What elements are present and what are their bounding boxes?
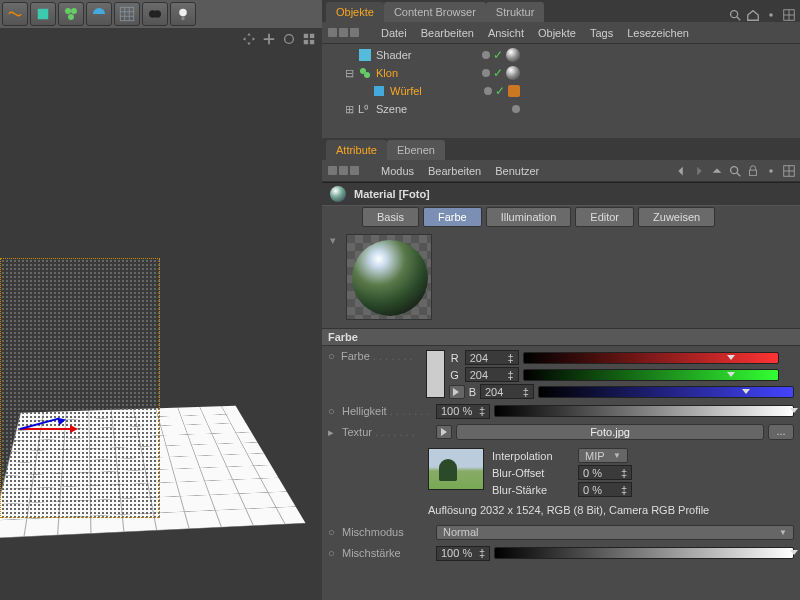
anim-dot-icon[interactable]: ○ (328, 405, 338, 417)
vp-move-icon[interactable] (242, 32, 256, 46)
input-b[interactable]: 204‡ (480, 384, 534, 399)
tree-row-shader[interactable]: Shader ✓ (330, 46, 800, 64)
vp-maximize-icon[interactable] (302, 32, 316, 46)
slider-mischstaerke[interactable] (494, 547, 794, 559)
menu-datei[interactable]: Datei (381, 27, 407, 39)
menu-modus[interactable]: Modus (381, 165, 414, 177)
expander-icon[interactable]: ⊞ (344, 103, 354, 116)
dropdown-mischmodus[interactable]: Normal▼ (436, 525, 794, 540)
texture-thumbnail[interactable] (428, 448, 484, 490)
material-tag-icon[interactable] (506, 48, 520, 62)
slider-helligkeit[interactable] (494, 405, 794, 417)
lock-icon[interactable] (746, 164, 760, 178)
anim-dot-icon[interactable]: ○ (328, 350, 337, 362)
input-blur-offset[interactable]: 0 %‡ (578, 465, 632, 480)
tab-struktur[interactable]: Struktur (486, 2, 545, 22)
material-title: Material [Foto] (354, 188, 430, 200)
mattab-illumination[interactable]: Illumination (486, 207, 572, 227)
search-icon[interactable] (728, 164, 742, 178)
vp-zoom-icon[interactable] (262, 32, 276, 46)
nav-fwd-icon[interactable] (692, 164, 706, 178)
mattab-farbe[interactable]: Farbe (423, 207, 482, 227)
label-blur-offset: Blur-Offset (492, 467, 572, 479)
viewport[interactable] (0, 28, 322, 600)
svg-rect-24 (359, 49, 371, 61)
browse-button[interactable]: ... (768, 424, 794, 440)
anim-dot-icon[interactable]: ○ (328, 526, 338, 538)
tool-floor[interactable] (114, 2, 140, 26)
slider-g[interactable] (523, 369, 779, 381)
search-icon[interactable] (728, 8, 742, 22)
texture-name-field[interactable]: Foto.jpg (456, 424, 764, 440)
enable-check-icon[interactable]: ✓ (493, 66, 503, 80)
menu-lesezeichen[interactable]: Lesezeichen (627, 27, 689, 39)
panel-menu-icon[interactable] (782, 164, 796, 178)
disclosure-icon[interactable]: ▸ (328, 426, 338, 439)
svg-text:L⁰: L⁰ (358, 103, 369, 115)
tool-light[interactable] (170, 2, 196, 26)
tree-label[interactable]: Szene (376, 103, 407, 115)
disclosure-icon[interactable]: ▾ (330, 234, 342, 247)
layout-icons[interactable] (328, 166, 359, 175)
pin-icon[interactable] (764, 164, 778, 178)
tab-objekte[interactable]: Objekte (326, 2, 384, 22)
layout-icons[interactable] (328, 28, 359, 37)
tool-deform[interactable] (2, 2, 28, 26)
dropdown-interpolation[interactable]: MIP▼ (578, 448, 628, 463)
tab-content-browser[interactable]: Content Browser (384, 2, 486, 22)
mattab-editor[interactable]: Editor (575, 207, 634, 227)
texture-menu-btn[interactable] (436, 425, 452, 439)
input-g[interactable]: 204‡ (465, 367, 519, 382)
nav-back-icon[interactable] (674, 164, 688, 178)
panel-menu-icon[interactable] (782, 8, 796, 22)
menu-bearbeiten[interactable]: Bearbeiten (421, 27, 474, 39)
menu-objekte[interactable]: Objekte (538, 27, 576, 39)
nav-up-icon[interactable] (710, 164, 724, 178)
tool-cube[interactable] (30, 2, 56, 26)
tree-row-wuerfel[interactable]: Würfel ✓ (330, 82, 800, 100)
visibility-dot[interactable] (482, 69, 490, 77)
tool-camera[interactable] (142, 2, 168, 26)
menu-benutzer[interactable]: Benutzer (495, 165, 539, 177)
material-preview[interactable] (346, 234, 432, 320)
enable-check-icon[interactable]: ✓ (495, 84, 505, 98)
tree-row-szene[interactable]: ⊞ L⁰ Szene (330, 100, 800, 118)
enable-check-icon[interactable]: ✓ (493, 48, 503, 62)
svg-rect-14 (304, 34, 308, 38)
pin-icon[interactable] (764, 8, 778, 22)
vp-rotate-icon[interactable] (282, 32, 296, 46)
menu-ansicht[interactable]: Ansicht (488, 27, 524, 39)
menu-bearbeiten-attr[interactable]: Bearbeiten (428, 165, 481, 177)
anim-dot-icon[interactable]: ○ (328, 547, 338, 559)
color-swatch[interactable] (426, 350, 444, 398)
mattab-basis[interactable]: Basis (362, 207, 419, 227)
label-farbe: Farbe (341, 350, 422, 362)
tree-label[interactable]: Würfel (390, 85, 422, 97)
color-picker-btn[interactable] (449, 385, 465, 399)
svg-rect-4 (120, 7, 134, 21)
expander-icon[interactable]: ⊟ (344, 67, 354, 80)
tool-mograph[interactable] (58, 2, 84, 26)
tree-label[interactable]: Klon (376, 67, 398, 79)
mattab-zuweisen[interactable]: Zuweisen (638, 207, 715, 227)
material-tag-icon[interactable] (506, 66, 520, 80)
input-helligkeit[interactable]: 100 %‡ (436, 404, 490, 419)
home-icon[interactable] (746, 8, 760, 22)
input-blur-staerke[interactable]: 0 %‡ (578, 482, 632, 497)
tab-attribute[interactable]: Attribute (326, 140, 387, 160)
tree-label[interactable]: Shader (376, 49, 411, 61)
clone-icon (358, 66, 372, 80)
selected-object[interactable] (0, 258, 160, 518)
slider-r[interactable] (523, 352, 779, 364)
input-mischstaerke[interactable]: 100 %‡ (436, 546, 490, 561)
visibility-dot[interactable] (482, 51, 490, 59)
menu-tags[interactable]: Tags (590, 27, 613, 39)
tree-row-klon[interactable]: ⊟ Klon ✓ (330, 64, 800, 82)
tool-subdiv[interactable] (86, 2, 112, 26)
tab-ebenen[interactable]: Ebenen (387, 140, 445, 160)
visibility-dot[interactable] (484, 87, 492, 95)
slider-b[interactable] (538, 386, 794, 398)
input-r[interactable]: 204‡ (465, 350, 519, 365)
visibility-dot[interactable] (512, 105, 520, 113)
texture-tag-icon[interactable] (508, 85, 520, 97)
